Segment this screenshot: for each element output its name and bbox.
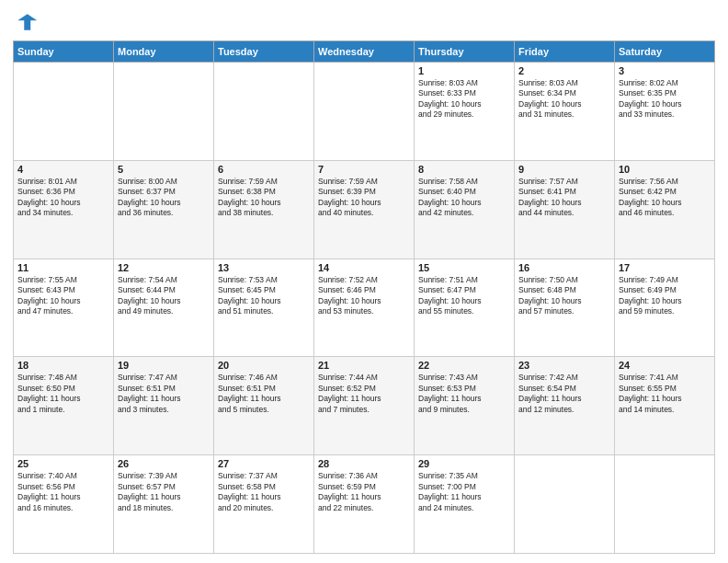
day-number: 15 <box>418 262 510 273</box>
calendar-cell: 7Sunrise: 7:59 AM Sunset: 6:39 PM Daylig… <box>314 160 415 259</box>
day-number: 7 <box>318 164 410 175</box>
calendar-cell: 14Sunrise: 7:52 AM Sunset: 6:46 PM Dayli… <box>314 259 415 357</box>
calendar-cell: 21Sunrise: 7:44 AM Sunset: 6:52 PM Dayli… <box>314 357 415 455</box>
calendar-cell <box>515 455 615 554</box>
day-info: Sunrise: 7:50 AM Sunset: 6:48 PM Dayligh… <box>518 275 610 317</box>
day-number: 27 <box>218 458 310 469</box>
day-info: Sunrise: 7:54 AM Sunset: 6:44 PM Dayligh… <box>118 275 210 317</box>
day-info: Sunrise: 7:56 AM Sunset: 6:42 PM Dayligh… <box>619 177 711 219</box>
day-info: Sunrise: 7:57 AM Sunset: 6:41 PM Dayligh… <box>518 177 610 219</box>
day-info: Sunrise: 7:41 AM Sunset: 6:55 PM Dayligh… <box>619 373 711 415</box>
calendar-cell: 13Sunrise: 7:53 AM Sunset: 6:45 PM Dayli… <box>214 259 314 357</box>
calendar-cell <box>615 455 715 554</box>
day-info: Sunrise: 7:49 AM Sunset: 6:49 PM Dayligh… <box>619 275 711 317</box>
calendar-cell: 10Sunrise: 7:56 AM Sunset: 6:42 PM Dayli… <box>615 160 715 259</box>
calendar-cell: 28Sunrise: 7:36 AM Sunset: 6:59 PM Dayli… <box>314 455 415 554</box>
day-info: Sunrise: 7:46 AM Sunset: 6:51 PM Dayligh… <box>218 373 310 415</box>
calendar-cell: 11Sunrise: 7:55 AM Sunset: 6:43 PM Dayli… <box>14 259 114 357</box>
calendar-week-row: 1Sunrise: 8:03 AM Sunset: 6:33 PM Daylig… <box>14 63 715 161</box>
logo <box>13 9 42 35</box>
day-number: 5 <box>118 164 210 175</box>
day-number: 1 <box>418 65 510 76</box>
day-number: 24 <box>619 360 711 371</box>
calendar-cell: 25Sunrise: 7:40 AM Sunset: 6:56 PM Dayli… <box>14 455 114 554</box>
day-info: Sunrise: 7:58 AM Sunset: 6:40 PM Dayligh… <box>418 177 510 219</box>
day-info: Sunrise: 7:42 AM Sunset: 6:54 PM Dayligh… <box>518 373 610 415</box>
calendar-cell: 22Sunrise: 7:43 AM Sunset: 6:53 PM Dayli… <box>415 357 515 455</box>
day-number: 12 <box>118 262 210 273</box>
calendar-cell: 23Sunrise: 7:42 AM Sunset: 6:54 PM Dayli… <box>515 357 615 455</box>
calendar-cell: 27Sunrise: 7:37 AM Sunset: 6:58 PM Dayli… <box>214 455 314 554</box>
day-number: 16 <box>518 262 610 273</box>
calendar-cell: 2Sunrise: 8:03 AM Sunset: 6:34 PM Daylig… <box>515 63 615 161</box>
day-number: 3 <box>619 65 711 76</box>
calendar-cell: 4Sunrise: 8:01 AM Sunset: 6:36 PM Daylig… <box>14 160 114 259</box>
day-info: Sunrise: 7:39 AM Sunset: 6:57 PM Dayligh… <box>118 471 210 513</box>
calendar-cell: 6Sunrise: 7:59 AM Sunset: 6:38 PM Daylig… <box>214 160 314 259</box>
weekday-header: Wednesday <box>314 41 415 63</box>
day-number: 11 <box>17 262 109 273</box>
calendar-cell: 18Sunrise: 7:48 AM Sunset: 6:50 PM Dayli… <box>14 357 114 455</box>
day-number: 26 <box>118 458 210 469</box>
calendar-cell: 5Sunrise: 8:00 AM Sunset: 6:37 PM Daylig… <box>114 160 214 259</box>
day-info: Sunrise: 7:51 AM Sunset: 6:47 PM Dayligh… <box>418 275 510 317</box>
calendar-cell <box>314 63 415 161</box>
day-number: 25 <box>17 458 109 469</box>
day-number: 21 <box>318 360 410 371</box>
weekday-header: Sunday <box>14 41 114 63</box>
calendar-cell: 3Sunrise: 8:02 AM Sunset: 6:35 PM Daylig… <box>615 63 715 161</box>
day-number: 18 <box>17 360 109 371</box>
day-number: 10 <box>619 164 711 175</box>
calendar-cell <box>114 63 214 161</box>
day-number: 9 <box>518 164 610 175</box>
calendar-cell: 17Sunrise: 7:49 AM Sunset: 6:49 PM Dayli… <box>615 259 715 357</box>
calendar-table: SundayMondayTuesdayWednesdayThursdayFrid… <box>13 40 715 554</box>
day-number: 6 <box>218 164 310 175</box>
day-info: Sunrise: 7:47 AM Sunset: 6:51 PM Dayligh… <box>118 373 210 415</box>
calendar-cell: 19Sunrise: 7:47 AM Sunset: 6:51 PM Dayli… <box>114 357 214 455</box>
day-number: 20 <box>218 360 310 371</box>
weekday-header: Tuesday <box>214 41 314 63</box>
calendar-cell <box>14 63 114 161</box>
calendar-cell: 16Sunrise: 7:50 AM Sunset: 6:48 PM Dayli… <box>515 259 615 357</box>
day-info: Sunrise: 7:43 AM Sunset: 6:53 PM Dayligh… <box>418 373 510 415</box>
day-info: Sunrise: 7:53 AM Sunset: 6:45 PM Dayligh… <box>218 275 310 317</box>
calendar-cell: 20Sunrise: 7:46 AM Sunset: 6:51 PM Dayli… <box>214 357 314 455</box>
weekday-header: Monday <box>114 41 214 63</box>
calendar-cell: 8Sunrise: 7:58 AM Sunset: 6:40 PM Daylig… <box>415 160 515 259</box>
calendar-week-row: 18Sunrise: 7:48 AM Sunset: 6:50 PM Dayli… <box>14 357 715 455</box>
day-number: 29 <box>418 458 510 469</box>
calendar-cell: 24Sunrise: 7:41 AM Sunset: 6:55 PM Dayli… <box>615 357 715 455</box>
page: SundayMondayTuesdayWednesdayThursdayFrid… <box>0 0 728 563</box>
day-info: Sunrise: 8:03 AM Sunset: 6:34 PM Dayligh… <box>518 78 610 121</box>
day-number: 17 <box>619 262 711 273</box>
day-info: Sunrise: 7:40 AM Sunset: 6:56 PM Dayligh… <box>17 471 109 513</box>
day-info: Sunrise: 7:35 AM Sunset: 7:00 PM Dayligh… <box>418 471 510 513</box>
day-info: Sunrise: 7:48 AM Sunset: 6:50 PM Dayligh… <box>17 373 109 415</box>
calendar-cell: 1Sunrise: 8:03 AM Sunset: 6:33 PM Daylig… <box>415 63 515 161</box>
calendar-week-row: 25Sunrise: 7:40 AM Sunset: 6:56 PM Dayli… <box>14 455 715 554</box>
day-number: 8 <box>418 164 510 175</box>
header <box>13 9 715 35</box>
day-info: Sunrise: 7:37 AM Sunset: 6:58 PM Dayligh… <box>218 471 310 513</box>
day-info: Sunrise: 7:55 AM Sunset: 6:43 PM Dayligh… <box>17 275 109 317</box>
logo-icon <box>13 9 39 35</box>
calendar-cell <box>214 63 314 161</box>
day-info: Sunrise: 7:59 AM Sunset: 6:39 PM Dayligh… <box>318 177 410 219</box>
weekday-header: Friday <box>515 41 615 63</box>
day-info: Sunrise: 7:36 AM Sunset: 6:59 PM Dayligh… <box>318 471 410 513</box>
day-number: 14 <box>318 262 410 273</box>
calendar-cell: 15Sunrise: 7:51 AM Sunset: 6:47 PM Dayli… <box>415 259 515 357</box>
calendar-week-row: 11Sunrise: 7:55 AM Sunset: 6:43 PM Dayli… <box>14 259 715 357</box>
day-number: 13 <box>218 262 310 273</box>
day-number: 19 <box>118 360 210 371</box>
day-info: Sunrise: 7:59 AM Sunset: 6:38 PM Dayligh… <box>218 177 310 219</box>
calendar-cell: 26Sunrise: 7:39 AM Sunset: 6:57 PM Dayli… <box>114 455 214 554</box>
day-number: 22 <box>418 360 510 371</box>
weekday-header: Saturday <box>615 41 715 63</box>
day-info: Sunrise: 8:01 AM Sunset: 6:36 PM Dayligh… <box>17 177 109 219</box>
day-info: Sunrise: 8:02 AM Sunset: 6:35 PM Dayligh… <box>619 78 711 121</box>
weekday-header: Thursday <box>415 41 515 63</box>
calendar-cell: 9Sunrise: 7:57 AM Sunset: 6:41 PM Daylig… <box>515 160 615 259</box>
header-row: SundayMondayTuesdayWednesdayThursdayFrid… <box>14 41 715 63</box>
